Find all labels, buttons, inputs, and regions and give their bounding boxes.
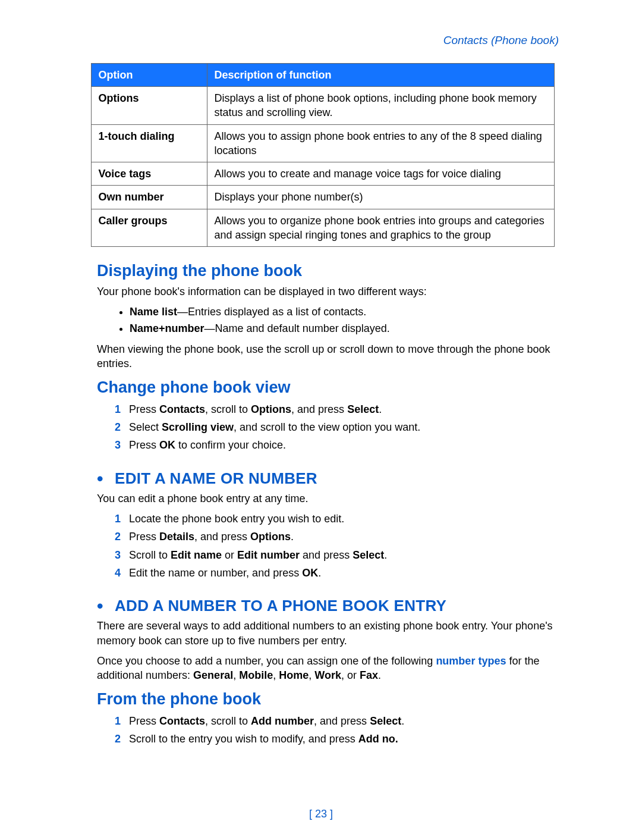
heading-edit-name: EDIT A NAME OR NUMBER [97,468,559,489]
paragraph: When viewing the phone book, use the scr… [97,342,559,371]
list-item: 1Locate the phone book entry you wish to… [115,512,559,526]
t: Select [129,421,162,433]
cell-option: Voice tags [91,162,207,186]
list-item: 3Scroll to Edit name or Edit number and … [115,548,559,562]
t: Scroll to the entry you wish to modify, … [129,733,358,745]
t: Edit number [237,549,300,561]
list-item: Name+number—Name and default number disp… [130,321,559,336]
t: Add no. [358,733,398,745]
list-item: 1Press Contacts, scroll to Add number, a… [115,714,559,728]
step-number: 2 [115,529,121,544]
t: Options [250,531,291,543]
list-item: 1Press Contacts, scroll to Options, and … [115,402,559,416]
heading-from-phone-book: From the phone book [97,688,559,710]
t: . [378,669,381,681]
t: , and scroll to the view option you want… [234,421,420,433]
step-number: 1 [115,714,121,728]
list-item: 2Scroll to the entry you wish to modify,… [115,732,559,746]
t: Fax [360,669,378,681]
t: and press [300,549,353,561]
t: OK [159,439,175,451]
numbered-list: 1Press Contacts, scroll to Add number, a… [97,714,559,747]
t: , or [341,669,360,681]
list-item: 2Select Scrolling view, and scroll to th… [115,420,559,434]
bullet-text: —Entries displayed as a list of contacts… [177,306,366,318]
t: Add number [251,715,314,727]
breadcrumb: Contacts (Phone book) [74,33,559,48]
t: Work [314,669,341,681]
cell-desc: Displays a list of phone book options, i… [207,86,554,124]
t: , scroll to [205,715,251,727]
t: , and press [194,531,250,543]
paragraph: Your phone book's information can be dis… [97,284,559,299]
numbered-list: 1Locate the phone book entry you wish to… [97,512,559,580]
t: , [273,669,279,681]
t: , and press [314,715,370,727]
heading-displaying: Displaying the phone book [97,260,559,281]
t: Edit the name or number, and press [129,567,302,579]
t: Select [347,403,379,415]
cell-desc: Allows you to create and manage voice ta… [207,162,554,186]
table-row: Own number Displays your phone number(s) [91,186,554,209]
paragraph: Once you choose to add a number, you can… [97,654,559,683]
paragraph: You can edit a phone book entry at any t… [97,491,559,506]
t: . [379,403,382,415]
body-content: Displaying the phone book Your phone boo… [97,260,559,746]
t: to confirm your choice. [175,439,286,451]
t: Details [159,531,194,543]
options-table: Option Description of function Options D… [91,63,555,247]
t: or [222,549,237,561]
page-number: [ 23 ] [0,807,642,821]
t: Contacts [159,403,205,415]
t: Select [353,549,384,561]
table-row: Options Displays a list of phone book op… [91,86,554,124]
t: number types [436,655,506,667]
manual-page: Contacts (Phone book) Option Description… [0,0,642,840]
bullet-label: Name list [130,306,177,318]
t: Once you choose to add a number, you can… [97,655,436,667]
t: . [291,531,294,543]
t: Options [251,403,291,415]
step-number: 1 [115,402,121,416]
heading-change-view: Change phone book view [97,377,559,398]
paragraph: There are several ways to add additional… [97,619,559,648]
t: Press [129,531,159,543]
cell-option: Caller groups [91,209,207,247]
table-header-row: Option Description of function [91,63,554,86]
t: . [384,549,387,561]
table-row: Voice tags Allows you to create and mana… [91,162,554,186]
list-item: 2Press Details, and press Options. [115,529,559,544]
list-item: 4Edit the name or number, and press OK. [115,566,559,580]
t: Scrolling view [162,421,234,433]
t: Locate the phone book entry you wish to … [129,513,344,525]
t: OK [302,567,318,579]
t: Press [129,403,159,415]
cell-desc: Allows you to assign phone book entries … [207,124,554,162]
bullet-label: Name+number [130,322,204,334]
step-number: 4 [115,566,121,580]
list-item: 3Press OK to confirm your choice. [115,438,559,452]
cell-option: Options [91,86,207,124]
step-number: 2 [115,732,121,746]
cell-option: Own number [91,186,207,209]
t: , and press [291,403,347,415]
step-number: 3 [115,548,121,562]
cell-desc: Allows you to organize phone book entrie… [207,209,554,247]
t: , [309,669,314,681]
step-number: 1 [115,512,121,526]
t: Edit name [171,549,222,561]
bullet-text: —Name and default number displayed. [204,322,390,334]
t: Scroll to [129,549,171,561]
th-description: Description of function [207,63,554,86]
t: , scroll to [205,403,251,415]
cell-option: 1-touch dialing [91,124,207,162]
t: . [401,715,404,727]
t: Home [279,669,309,681]
step-number: 2 [115,420,121,434]
t: Contacts [159,715,205,727]
t: Press [129,715,159,727]
heading-add-number: ADD A NUMBER TO A PHONE BOOK ENTRY [97,595,559,616]
table-row: 1-touch dialing Allows you to assign pho… [91,124,554,162]
cell-desc: Displays your phone number(s) [207,186,554,209]
t: Mobile [239,669,273,681]
